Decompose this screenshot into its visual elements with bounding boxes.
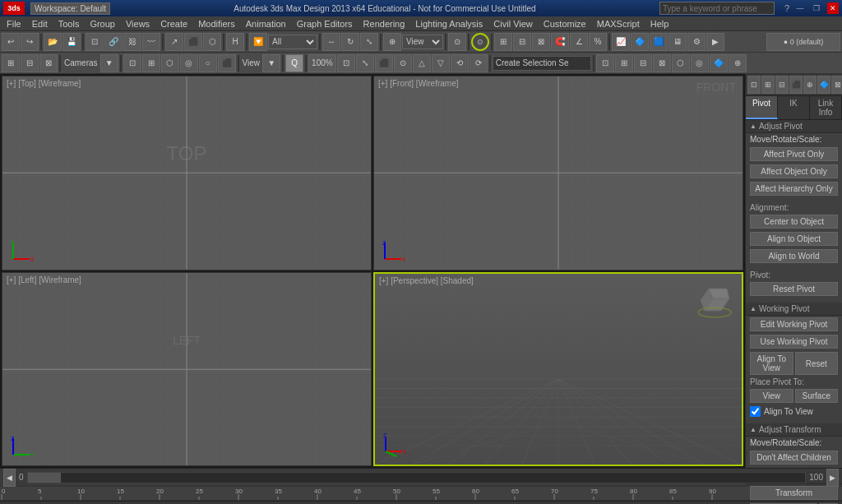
tb-filter8[interactable]: 🔷: [710, 54, 728, 72]
tb-pivot-center[interactable]: ⊙: [448, 33, 466, 51]
tb-d5[interactable]: △: [413, 54, 431, 72]
menu-file[interactable]: File: [2, 18, 26, 30]
adjust-transform-header[interactable]: Adjust Transform: [746, 423, 842, 437]
tb-layer-mgr[interactable]: ● 0 (default): [766, 33, 840, 51]
viewcube[interactable]: [692, 282, 733, 325]
tb-d2[interactable]: ⤡: [356, 54, 374, 72]
minimize-button[interactable]: —: [794, 2, 806, 14]
tb-filter5[interactable]: ⊠: [653, 54, 671, 72]
tb-d3[interactable]: ⬛: [375, 54, 393, 72]
panel-icon-1[interactable]: ⊡: [747, 76, 761, 94]
tb-percent[interactable]: 100%: [308, 54, 336, 72]
tb-unlink[interactable]: ⛓: [123, 33, 141, 51]
tb-c5[interactable]: ○: [199, 54, 217, 72]
menu-graph-editors[interactable]: Graph Editors: [292, 18, 358, 30]
menu-views[interactable]: Views: [121, 18, 155, 30]
tb-redo[interactable]: ↪: [21, 33, 39, 51]
timeline-track[interactable]: [27, 472, 807, 483]
tab-pivot[interactable]: Pivot: [746, 96, 778, 119]
surface-btn[interactable]: Surface: [795, 389, 839, 403]
tb-window-crossing[interactable]: ⬡: [203, 33, 221, 51]
panel-icon-2[interactable]: ⊞: [761, 76, 775, 94]
tb-schematic-view[interactable]: 🔷: [631, 33, 649, 51]
tb-select-btn[interactable]: Q: [285, 54, 303, 72]
view-btn[interactable]: View: [750, 389, 793, 403]
panel-icon-5[interactable]: ⊕: [803, 76, 817, 94]
view-dropdown[interactable]: ▼: [262, 54, 280, 72]
panel-icon-3[interactable]: ⊟: [775, 76, 789, 94]
timeline-slider[interactable]: [28, 473, 61, 483]
tb-angle-snap[interactable]: ∠: [570, 33, 588, 51]
tb-panel-toggle[interactable]: ⊞: [2, 54, 20, 72]
tb-render-settings[interactable]: ⚙: [687, 33, 706, 51]
align-to-view-checkbox[interactable]: [750, 406, 761, 417]
tb-percent-snap[interactable]: %: [589, 33, 607, 51]
tb-reference-coord[interactable]: ⊕: [383, 33, 401, 51]
close-button[interactable]: ✕: [827, 2, 839, 14]
tb-save[interactable]: 💾: [62, 33, 81, 51]
timeline-arrow-left[interactable]: ◀: [3, 469, 16, 487]
tab-link-info[interactable]: Link Info: [810, 96, 842, 119]
center-to-object-btn[interactable]: Center to Object: [750, 215, 838, 229]
viewport-left[interactable]: [+] [Left] [Wireframe] Y Z LEFT: [2, 272, 372, 467]
tb-d7[interactable]: ⟲: [451, 54, 469, 72]
align-to-object-btn[interactable]: Align to Object: [750, 232, 838, 246]
panel-icon-6[interactable]: 🔷: [817, 76, 830, 94]
align-to-view-inline-btn[interactable]: Align To View: [750, 352, 793, 375]
tb-mirror[interactable]: ⊞: [494, 33, 512, 51]
tb-align[interactable]: ⊟: [513, 33, 531, 51]
tb-material-editor[interactable]: 🟦: [650, 33, 668, 51]
transform-btn[interactable]: Transform: [750, 486, 838, 500]
align-to-world-btn[interactable]: Align to World: [750, 249, 838, 263]
tb-filter6[interactable]: ⬡: [672, 54, 690, 72]
tb-move[interactable]: ↔: [322, 33, 340, 51]
menu-lighting[interactable]: Lighting Analysis: [410, 18, 488, 30]
panel-icon-7[interactable]: ⊠: [831, 76, 842, 94]
help-icon[interactable]: ?: [784, 3, 789, 13]
tb-curve-editor[interactable]: 📈: [612, 33, 630, 51]
tb-coord-system[interactable]: View: [402, 35, 443, 49]
tb-c3[interactable]: ⬡: [161, 54, 179, 72]
tb-d6[interactable]: ▽: [432, 54, 450, 72]
reset-pivot-btn[interactable]: Reset Pivot: [750, 282, 838, 296]
tb-snap-toggle[interactable]: 🧲: [551, 33, 569, 51]
tb-render-scene[interactable]: 🖥: [669, 33, 687, 51]
affect-object-only-btn[interactable]: Affect Object Only: [750, 164, 838, 178]
menu-edit[interactable]: Edit: [27, 18, 53, 30]
menu-tools[interactable]: Tools: [53, 18, 85, 30]
menu-animation[interactable]: Animation: [241, 18, 291, 30]
tb-filter7[interactable]: ◎: [691, 54, 709, 72]
tb-filter[interactable]: 🔽: [249, 33, 267, 51]
menu-civil-view[interactable]: Civil View: [488, 18, 537, 30]
tb-c6[interactable]: ⬛: [218, 54, 236, 72]
working-pivot-header[interactable]: Working Pivot: [746, 303, 842, 316]
tb-c2[interactable]: ⊞: [142, 54, 160, 72]
tb-align-options[interactable]: ⊠: [532, 33, 550, 51]
cameras-dropdown[interactable]: ▼: [100, 54, 118, 72]
tb-c4[interactable]: ◎: [180, 54, 198, 72]
use-working-pivot-btn[interactable]: Use Working Pivot: [750, 335, 838, 349]
menu-help[interactable]: Help: [645, 18, 674, 30]
tb-open[interactable]: 📂: [44, 33, 62, 51]
tb-filter9[interactable]: ⊕: [729, 54, 747, 72]
menu-customize[interactable]: Customize: [539, 18, 591, 30]
menu-modifiers[interactable]: Modifiers: [193, 18, 240, 30]
tb-command-panel[interactable]: ⊟: [21, 54, 39, 72]
tb-d1[interactable]: ⊡: [337, 54, 355, 72]
affect-pivot-only-btn[interactable]: Affect Pivot Only: [750, 147, 838, 161]
menu-group[interactable]: Group: [85, 18, 120, 30]
tb-filter4[interactable]: ⊟: [634, 54, 652, 72]
affect-hierarchy-only-btn[interactable]: Affect Hierarchy Only: [750, 182, 838, 196]
timeline-arrow-right[interactable]: ▶: [826, 469, 839, 487]
viewport-perspective[interactable]: [+] [Perspective] [Shaded]: [373, 272, 743, 467]
tb-undo[interactable]: ↩: [2, 33, 20, 51]
menu-create[interactable]: Create: [155, 18, 192, 30]
restore-button[interactable]: ❐: [811, 2, 822, 14]
tb-command-panel2[interactable]: ⊠: [39, 54, 58, 72]
viewport-top[interactable]: [+] [Top] [Wireframe] X Y TOP: [2, 76, 372, 270]
tb-scale[interactable]: ⤡: [360, 33, 378, 51]
adjust-pivot-header[interactable]: Adjust Pivot: [746, 120, 842, 133]
search-input[interactable]: [659, 2, 775, 15]
tb-select-highlight[interactable]: ⊙: [471, 33, 489, 51]
edit-working-pivot-btn[interactable]: Edit Working Pivot: [750, 317, 838, 331]
